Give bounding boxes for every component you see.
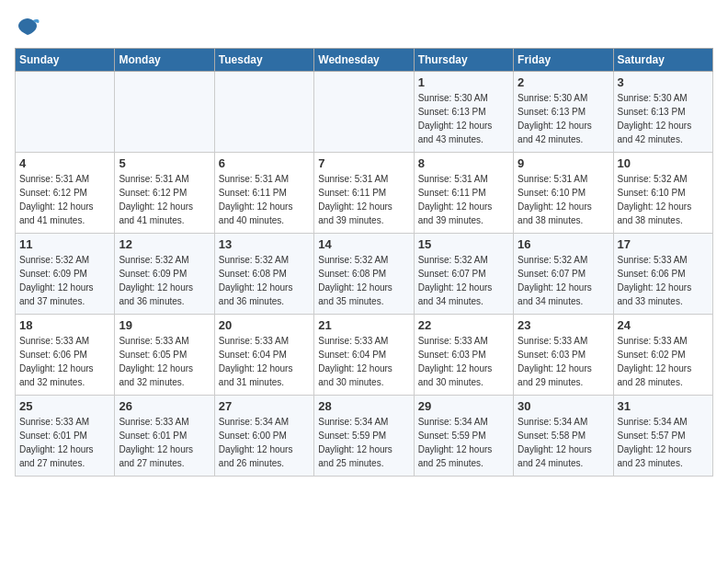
- calendar-cell: [115, 72, 214, 153]
- calendar-cell: 4Sunrise: 5:31 AMSunset: 6:12 PMDaylight…: [16, 153, 115, 234]
- day-info-line: and 32 minutes.: [19, 375, 110, 389]
- day-info: Sunrise: 5:33 AMSunset: 6:04 PMDaylight:…: [318, 334, 409, 389]
- day-info-line: and 27 minutes.: [119, 456, 210, 470]
- day-info-line: Sunset: 6:08 PM: [318, 267, 409, 281]
- day-info: Sunrise: 5:31 AMSunset: 6:11 PMDaylight:…: [418, 172, 509, 227]
- day-number: 27: [219, 399, 310, 413]
- day-info-line: Sunrise: 5:33 AM: [19, 334, 110, 348]
- day-info-line: and 30 minutes.: [418, 375, 509, 389]
- calendar-cell: 16Sunrise: 5:32 AMSunset: 6:07 PMDayligh…: [514, 234, 613, 315]
- day-info-line: Daylight: 12 hours: [318, 442, 409, 456]
- day-info-line: and 34 minutes.: [418, 294, 509, 308]
- day-info-line: Sunrise: 5:33 AM: [318, 334, 409, 348]
- day-info-line: and 39 minutes.: [318, 213, 409, 227]
- day-number: 19: [119, 318, 210, 332]
- day-info-line: and 38 minutes.: [518, 213, 609, 227]
- calendar-cell: 23Sunrise: 5:33 AMSunset: 6:03 PMDayligh…: [514, 315, 613, 396]
- calendar-cell: 3Sunrise: 5:30 AMSunset: 6:13 PMDaylight…: [613, 72, 712, 153]
- day-info-line: Sunrise: 5:33 AM: [518, 334, 609, 348]
- day-info-line: Sunset: 6:00 PM: [219, 429, 310, 442]
- day-info-line: Sunrise: 5:32 AM: [618, 172, 709, 186]
- day-info: Sunrise: 5:33 AMSunset: 6:05 PMDaylight:…: [119, 334, 210, 389]
- day-info-line: Daylight: 12 hours: [618, 281, 709, 294]
- day-info: Sunrise: 5:32 AMSunset: 6:10 PMDaylight:…: [618, 172, 709, 227]
- day-info-line: Sunrise: 5:33 AM: [618, 334, 709, 348]
- day-info-line: and 41 minutes.: [119, 213, 210, 227]
- day-info-line: Sunset: 6:10 PM: [618, 186, 709, 200]
- day-info-line: Sunset: 6:13 PM: [518, 105, 609, 119]
- calendar-week-row: 4Sunrise: 5:31 AMSunset: 6:12 PMDaylight…: [16, 153, 713, 234]
- calendar-cell: 9Sunrise: 5:31 AMSunset: 6:10 PMDaylight…: [514, 153, 613, 234]
- day-info-line: Sunrise: 5:31 AM: [119, 172, 210, 186]
- calendar-week-row: 25Sunrise: 5:33 AMSunset: 6:01 PMDayligh…: [16, 396, 713, 477]
- day-number: 4: [19, 156, 110, 170]
- day-info-line: Sunrise: 5:33 AM: [119, 415, 210, 429]
- day-info-line: Sunrise: 5:32 AM: [318, 253, 409, 267]
- weekday-header-wednesday: Wednesday: [314, 49, 414, 72]
- calendar-cell: [214, 72, 313, 153]
- day-number: 22: [418, 318, 509, 332]
- day-info-line: Daylight: 12 hours: [618, 119, 709, 132]
- calendar-cell: 13Sunrise: 5:32 AMSunset: 6:08 PMDayligh…: [214, 234, 313, 315]
- day-info-line: Daylight: 12 hours: [618, 442, 709, 456]
- day-number: 9: [518, 156, 609, 170]
- calendar-cell: 18Sunrise: 5:33 AMSunset: 6:06 PMDayligh…: [16, 315, 115, 396]
- day-info-line: and 29 minutes.: [518, 375, 609, 389]
- day-info-line: Daylight: 12 hours: [119, 442, 210, 456]
- day-info: Sunrise: 5:33 AMSunset: 6:03 PMDaylight:…: [518, 334, 609, 389]
- logo: [15, 15, 44, 40]
- day-info-line: Sunset: 6:06 PM: [19, 348, 110, 362]
- day-info-line: Daylight: 12 hours: [418, 119, 509, 132]
- day-info-line: and 34 minutes.: [518, 294, 609, 308]
- calendar-cell: 29Sunrise: 5:34 AMSunset: 5:59 PMDayligh…: [414, 396, 513, 477]
- calendar-cell: [16, 72, 115, 153]
- day-number: 21: [318, 318, 409, 332]
- weekday-header-sunday: Sunday: [16, 49, 115, 72]
- day-info-line: Daylight: 12 hours: [418, 362, 509, 375]
- day-info-line: Sunrise: 5:31 AM: [219, 172, 310, 186]
- day-info-line: and 28 minutes.: [618, 375, 709, 389]
- day-number: 29: [418, 399, 509, 413]
- day-info: Sunrise: 5:32 AMSunset: 6:09 PMDaylight:…: [119, 253, 210, 308]
- calendar-cell: 25Sunrise: 5:33 AMSunset: 6:01 PMDayligh…: [16, 396, 115, 477]
- day-info-line: and 38 minutes.: [618, 213, 709, 227]
- day-info: Sunrise: 5:30 AMSunset: 6:13 PMDaylight:…: [518, 91, 609, 146]
- day-info-line: Sunset: 5:57 PM: [618, 429, 709, 442]
- day-info-line: Sunrise: 5:32 AM: [219, 253, 310, 267]
- day-info-line: Sunrise: 5:33 AM: [19, 415, 110, 429]
- day-info-line: Daylight: 12 hours: [219, 362, 310, 375]
- calendar-cell: 7Sunrise: 5:31 AMSunset: 6:11 PMDaylight…: [314, 153, 414, 234]
- day-info-line: Daylight: 12 hours: [418, 281, 509, 294]
- day-info-line: Sunset: 6:10 PM: [518, 186, 609, 200]
- day-number: 6: [219, 156, 310, 170]
- calendar-body: 1Sunrise: 5:30 AMSunset: 6:13 PMDaylight…: [16, 72, 713, 477]
- day-info-line: Daylight: 12 hours: [318, 200, 409, 213]
- calendar-cell: 2Sunrise: 5:30 AMSunset: 6:13 PMDaylight…: [514, 72, 613, 153]
- logo-bird-icon: [15, 15, 40, 40]
- day-info: Sunrise: 5:30 AMSunset: 6:13 PMDaylight:…: [418, 91, 509, 146]
- day-info-line: Daylight: 12 hours: [219, 281, 310, 294]
- weekday-header-row: SundayMondayTuesdayWednesdayThursdayFrid…: [16, 49, 713, 72]
- weekday-header-tuesday: Tuesday: [214, 49, 313, 72]
- day-info-line: Sunrise: 5:32 AM: [19, 253, 110, 267]
- day-info-line: and 25 minutes.: [418, 456, 509, 470]
- calendar-week-row: 1Sunrise: 5:30 AMSunset: 6:13 PMDaylight…: [16, 72, 713, 153]
- day-number: 15: [418, 237, 509, 251]
- day-info-line: Sunset: 6:03 PM: [418, 348, 509, 362]
- day-info-line: and 42 minutes.: [618, 132, 709, 146]
- calendar-cell: 8Sunrise: 5:31 AMSunset: 6:11 PMDaylight…: [414, 153, 513, 234]
- day-number: 5: [119, 156, 210, 170]
- day-info-line: Daylight: 12 hours: [19, 362, 110, 375]
- day-number: 3: [618, 75, 709, 89]
- day-info-line: Sunset: 6:06 PM: [618, 267, 709, 281]
- calendar-cell: 26Sunrise: 5:33 AMSunset: 6:01 PMDayligh…: [115, 396, 214, 477]
- day-number: 7: [318, 156, 409, 170]
- calendar-cell: 24Sunrise: 5:33 AMSunset: 6:02 PMDayligh…: [613, 315, 712, 396]
- day-info-line: Daylight: 12 hours: [19, 281, 110, 294]
- day-info-line: Sunset: 6:12 PM: [119, 186, 210, 200]
- calendar-week-row: 11Sunrise: 5:32 AMSunset: 6:09 PMDayligh…: [16, 234, 713, 315]
- day-number: 11: [19, 237, 110, 251]
- day-info-line: Daylight: 12 hours: [119, 362, 210, 375]
- day-info-line: and 27 minutes.: [19, 456, 110, 470]
- day-info-line: and 33 minutes.: [618, 294, 709, 308]
